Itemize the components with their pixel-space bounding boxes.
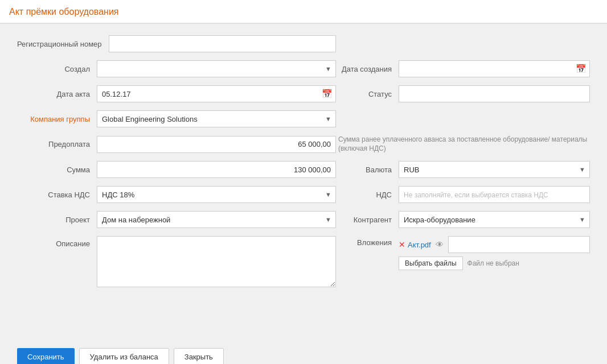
date-created-label: Дата создания <box>336 65 399 73</box>
act-date-input[interactable] <box>97 85 336 102</box>
status-label: Статус <box>336 90 399 98</box>
choose-files-button[interactable]: Выбрать файлы <box>399 257 463 270</box>
act-date-row: Дата акта 📅 Статус <box>17 85 590 102</box>
attachment-link[interactable]: Акт.pdf <box>408 241 431 249</box>
currency-select-wrapper: RUB USD EUR ▼ <box>399 161 590 178</box>
status-input-wrapper <box>399 85 590 102</box>
act-date-label: Дата акта <box>17 90 97 98</box>
project-left: Проект Дом на набережной Другой проект ▼ <box>17 211 336 228</box>
page-header: Акт прёмки оборудования <box>0 0 607 23</box>
contractor-label: Контрагент <box>336 216 399 224</box>
date-created-calendar-icon[interactable]: 📅 <box>576 64 587 74</box>
created-by-select[interactable] <box>97 60 336 77</box>
description-row: Описание Вложения ✕ Акт.pdf 👁 Выбрать фа… <box>17 236 590 289</box>
prepayment-hint: Сумма ранее уплаченного аванса за постав… <box>336 135 590 153</box>
sum-right: Валюта RUB USD EUR ▼ <box>336 161 590 178</box>
sum-left: Сумма <box>17 161 336 178</box>
act-date-calendar-icon[interactable]: 📅 <box>322 89 333 99</box>
currency-label: Валюта <box>336 166 399 174</box>
save-button[interactable]: Сохранить <box>17 348 75 364</box>
page-wrapper: Акт прёмки оборудования Регистрационный … <box>0 0 607 364</box>
vat-input-wrapper <box>399 186 590 203</box>
description-textarea[interactable] <box>97 236 336 287</box>
vat-rate-label: Ставка НДС <box>17 191 97 199</box>
date-created-input[interactable] <box>399 60 590 77</box>
vat-rate-select-wrapper: НДС 18% НДС 10% Без НДС ▼ <box>97 186 336 203</box>
contractor-select-wrapper: Искра-оборудование Другой контрагент ▼ <box>399 211 590 228</box>
contractor-select[interactable]: Искра-оборудование Другой контрагент <box>399 211 590 228</box>
sum-input[interactable] <box>97 161 336 178</box>
registration-number-left: Регистрационный номер <box>17 35 336 52</box>
project-label: Проект <box>17 216 97 224</box>
status-input[interactable] <box>399 85 590 102</box>
prepayment-input[interactable] <box>97 136 336 153</box>
prepayment-left: Предоплата <box>17 136 336 153</box>
date-created-input-wrapper: 📅 <box>399 60 590 77</box>
sum-label: Сумма <box>17 166 97 174</box>
attachment-delete-icon[interactable]: ✕ <box>399 240 405 249</box>
company-select[interactable]: Global Engineering Solutions Other Compa… <box>97 110 336 127</box>
attachment-item: ✕ Акт.pdf 👁 <box>399 236 590 253</box>
vat-input[interactable] <box>399 186 590 203</box>
form-footer: Сохранить Удалить из баланса Закрыть <box>0 342 607 364</box>
attachments-label: Вложения <box>336 236 399 247</box>
vat-left: Ставка НДС НДС 18% НДС 10% Без НДС ▼ <box>17 186 336 203</box>
description-input-wrapper <box>97 236 336 289</box>
company-label: Компания группы <box>17 115 97 123</box>
created-row: Создал ▼ Дата создания 📅 <box>17 60 590 77</box>
close-button[interactable]: Закрыть <box>174 348 224 364</box>
description-label: Описание <box>17 236 97 248</box>
registration-number-input[interactable] <box>109 35 336 52</box>
attachment-name-input[interactable] <box>448 236 590 253</box>
attachments-right: Вложения ✕ Акт.pdf 👁 Выбрать файлы Файл … <box>336 236 590 270</box>
project-right: Контрагент Искра-оборудование Другой кон… <box>336 211 590 228</box>
company-left: Компания группы Global Engineering Solut… <box>17 110 336 127</box>
delete-from-balance-button[interactable]: Удалить из баланса <box>79 348 169 364</box>
prepayment-right: Сумма ранее уплаченного аванса за постав… <box>336 135 590 153</box>
registration-number-row: Регистрационный номер <box>17 35 590 52</box>
attachment-eye-icon[interactable]: 👁 <box>436 240 444 249</box>
created-right: Дата создания 📅 <box>336 60 590 77</box>
project-select-wrapper: Дом на набережной Другой проект ▼ <box>97 211 336 228</box>
page-title: Акт прёмки оборудования <box>9 7 119 16</box>
sum-input-wrapper <box>97 161 336 178</box>
project-select[interactable]: Дом на набережной Другой проект <box>97 211 336 228</box>
registration-number-label: Регистрационный номер <box>17 40 109 48</box>
attachments-container: ✕ Акт.pdf 👁 Выбрать файлы Файл не выбран <box>399 236 590 270</box>
form-area: Регистрационный номер Создал ▼ Дата созд… <box>0 24 607 342</box>
vat-label: НДС <box>336 191 399 199</box>
company-select-wrapper: Global Engineering Solutions Other Compa… <box>97 110 336 127</box>
prepayment-input-wrapper <box>97 136 336 153</box>
created-by-label: Создал <box>17 65 97 73</box>
vat-right: НДС <box>336 186 590 203</box>
sum-row: Сумма Валюта RUB USD EUR ▼ <box>17 161 590 178</box>
file-upload-row: Выбрать файлы Файл не выбран <box>399 257 590 270</box>
created-left: Создал ▼ <box>17 60 336 77</box>
company-row: Компания группы Global Engineering Solut… <box>17 110 590 127</box>
registration-number-input-wrapper <box>109 35 336 52</box>
created-by-select-wrapper: ▼ <box>97 60 336 77</box>
project-row: Проект Дом на набережной Другой проект ▼… <box>17 211 590 228</box>
vat-rate-select[interactable]: НДС 18% НДС 10% Без НДС <box>97 186 336 203</box>
currency-select[interactable]: RUB USD EUR <box>399 161 590 178</box>
prepayment-label: Предоплата <box>17 140 97 148</box>
description-left: Описание <box>17 236 336 289</box>
act-date-input-wrapper: 📅 <box>97 85 336 102</box>
prepayment-row: Предоплата Сумма ранее уплаченного аванс… <box>17 135 590 153</box>
act-date-left: Дата акта 📅 <box>17 85 336 102</box>
vat-row: Ставка НДС НДС 18% НДС 10% Без НДС ▼ НДС <box>17 186 590 203</box>
act-date-right: Статус <box>336 85 590 102</box>
file-no-selected-label: Файл не выбран <box>467 259 519 267</box>
